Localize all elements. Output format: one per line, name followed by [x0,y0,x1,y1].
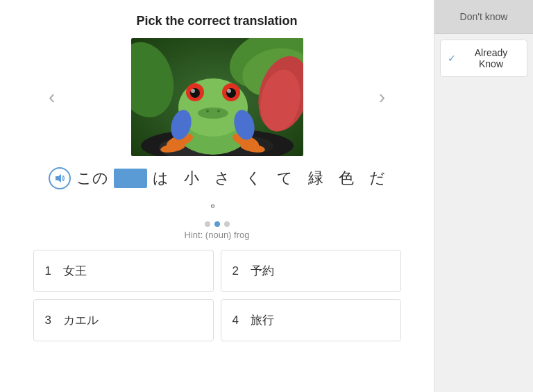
choice-4-text: 旅行 [251,314,274,327]
svg-point-17 [198,108,228,119]
choice-3-text: カエル [63,314,99,327]
frog-image [131,38,303,156]
dot-1 [205,221,210,227]
sentence-part-2: は 小 さ く て 緑 色 だ [153,168,385,189]
svg-point-15 [191,89,195,93]
choice-2[interactable]: 2 予約 [221,250,401,292]
prev-arrow[interactable]: ‹ [42,79,62,115]
sentence-period: 。 [210,191,225,212]
main-content: Pick the correct translation ‹ [0,0,434,392]
page-title: Pick the correct translation [136,14,297,28]
dot-3 [224,221,230,227]
checkmark-icon: ✓ [448,53,456,64]
already-know-label: Already Know [462,47,520,69]
choice-1[interactable]: 1 女王 [33,250,214,292]
choice-1-text: 女王 [63,264,87,278]
choice-4-number: 4 [232,314,251,327]
svg-point-16 [227,89,231,93]
choice-3-number: 3 [45,314,63,327]
progress-dots [205,221,230,227]
sentence-part-1: この [76,168,108,189]
already-know-button[interactable]: ✓ Already Know [440,40,527,77]
svg-marker-26 [56,174,61,182]
choice-2-text: 予約 [251,264,274,278]
dont-know-button[interactable]: Don't know [434,0,533,34]
hint-text: Hint: (noun) frog [185,230,250,240]
next-arrow[interactable]: › [372,79,392,115]
choice-1-number: 1 [45,264,63,278]
choices-grid: 1 女王 2 予約 3 カエル 4 旅行 [33,250,401,341]
sentence-area: この は 小 さ く て 緑 色 だ 。 [28,167,406,212]
sentence-blank [114,169,147,188]
choice-3[interactable]: 3 カエル [33,299,214,341]
speaker-button[interactable] [49,167,71,189]
image-area: ‹ [28,38,406,156]
choice-2-number: 2 [232,264,251,278]
sidebar: Don't know ✓ Already Know [434,0,533,392]
svg-point-19 [217,110,220,112]
dot-2 [214,221,220,227]
svg-point-18 [206,110,209,112]
sentence-row: この は 小 さ く て 緑 色 だ [49,167,385,189]
choice-4[interactable]: 4 旅行 [221,299,401,341]
